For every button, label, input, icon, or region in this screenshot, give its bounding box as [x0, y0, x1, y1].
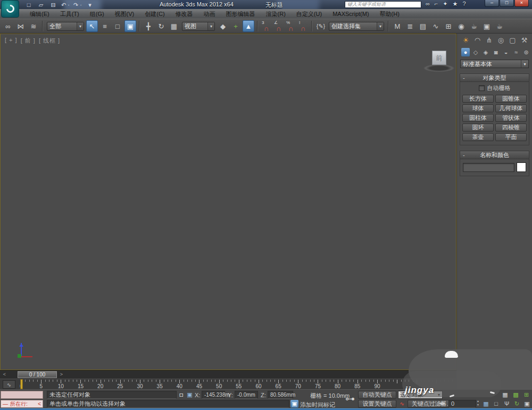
rendered-frame-window-icon[interactable]: ▣	[481, 20, 493, 32]
current-frame-marker[interactable]	[20, 379, 23, 389]
minimize-button[interactable]: –	[485, 0, 499, 7]
viewport-view-menu[interactable]: [ 前 ]	[21, 37, 36, 45]
maxscript-mini-listener[interactable]	[1, 391, 43, 399]
viewport-shading-menu[interactable]: [ 线框 ]	[39, 37, 60, 45]
tab-display[interactable]: ▢	[508, 36, 517, 45]
viewcube-compass-ring[interactable]	[423, 64, 454, 72]
primitive-button[interactable]: 圆锥体	[495, 95, 527, 103]
window-crossing-icon[interactable]: ▣	[124, 20, 136, 32]
rectangular-selection-region-icon[interactable]: □	[112, 20, 123, 32]
menu-item[interactable]: 动画	[198, 9, 221, 19]
default-in-out-tangents-icon[interactable]: ∿	[398, 400, 406, 408]
tab-modify[interactable]: ◠	[473, 36, 482, 45]
track-bar[interactable]: ∿ 051015202530354045505560657075808590	[0, 379, 456, 389]
align-icon[interactable]: ≣	[404, 20, 416, 32]
set-key-button[interactable]: 设置关键点	[358, 400, 396, 408]
primitive-button[interactable]: 管状体	[495, 114, 527, 122]
select-object-icon[interactable]: ↖	[86, 20, 98, 32]
toolbar-overflow-icon[interactable]: ▾	[85, 1, 95, 9]
select-and-scale-icon[interactable]: ▦	[168, 20, 180, 32]
primitive-button[interactable]: 四棱锥	[495, 124, 527, 132]
spinner-snap-toggle-icon[interactable]: ↕∩	[297, 20, 309, 32]
viewport-front[interactable]: [ + ] [ 前 ] [ 线框 ] 前	[0, 34, 456, 370]
menu-item[interactable]: 编辑(E)	[24, 9, 55, 19]
reference-coordinate-system-dropdown[interactable]: 视图 ▾	[182, 22, 215, 31]
add-time-tag[interactable]: 添加时间标记	[300, 401, 335, 409]
zoom-extents-all-selected-icon[interactable]: ⊞	[522, 391, 531, 399]
new-file-icon[interactable]: □	[23, 1, 34, 9]
select-and-link-icon[interactable]: ∞	[2, 20, 14, 32]
subtab-shapes[interactable]: ◇	[471, 48, 480, 56]
percent-snap-toggle-icon[interactable]: %∩	[285, 20, 296, 32]
select-and-manipulate-icon[interactable]: +	[230, 20, 242, 32]
absolute-mode-transform-icon[interactable]: ▣	[186, 391, 194, 399]
menu-item[interactable]: 工具(T)	[55, 9, 85, 19]
subtab-cameras[interactable]: ◙	[492, 48, 500, 56]
communication-center-icon[interactable]: ✦	[443, 1, 447, 7]
select-by-name-icon[interactable]: ≡	[99, 20, 111, 32]
tab-utilities[interactable]: ⚒	[520, 36, 529, 45]
bind-to-space-warp-icon[interactable]: ≋	[28, 20, 39, 32]
time-tag-icon[interactable]: ▣	[290, 400, 298, 408]
primitive-button[interactable]: 圆柱体	[462, 114, 494, 122]
use-pivot-point-center-icon[interactable]: ◆	[217, 20, 229, 32]
orbit-icon[interactable]: ↻	[512, 400, 521, 408]
selection-filter-dropdown[interactable]: 全部 ▾	[47, 22, 84, 31]
pan-view-icon[interactable]: Ψ	[502, 400, 511, 408]
open-mini-curve-editor-button[interactable]: ∿	[3, 380, 15, 389]
maximize-button[interactable]: □	[500, 0, 514, 7]
primitive-category-dropdown[interactable]: 标准基本体 ▾	[460, 60, 529, 68]
undo-icon[interactable]: ↶ ·	[60, 1, 71, 9]
tab-motion[interactable]: ◎	[496, 36, 505, 45]
maxscript-listener-line[interactable]: — 所在行: <	[1, 400, 43, 408]
viewcube[interactable]: 前	[423, 48, 455, 73]
y-coord-field[interactable]: -0.0mm	[235, 391, 258, 399]
mirror-icon[interactable]: M	[392, 20, 403, 32]
menu-item[interactable]: 视图(V)	[110, 9, 140, 19]
next-frame-arrow[interactable]: >	[58, 371, 65, 378]
close-button[interactable]: ×	[514, 0, 529, 7]
menu-item[interactable]: MAXScript(M)	[327, 9, 374, 19]
frame-spinner[interactable]: ▲ ▼	[477, 399, 479, 407]
subtab-geometry[interactable]: ●	[461, 48, 470, 56]
primitive-button[interactable]: 长方体	[462, 95, 494, 103]
track-bar-ruler[interactable]: 051015202530354045505560657075808590	[0, 379, 456, 389]
primitive-button[interactable]: 圆环	[462, 124, 494, 132]
viewcube-front-face[interactable]: 前	[432, 51, 446, 65]
auto-key-button[interactable]: 自动关键点	[358, 391, 396, 399]
search-icon[interactable]: ∞	[426, 1, 430, 7]
object-name-input[interactable]	[463, 163, 514, 172]
application-menu-button[interactable]	[1, 0, 19, 18]
open-file-icon[interactable]: ▱	[36, 1, 46, 9]
subtab-space-warps[interactable]: ≈	[512, 48, 520, 56]
zoom-region-icon[interactable]: □	[492, 400, 501, 408]
spinner-down-icon[interactable]: ▼	[477, 403, 479, 407]
autogrid-checkbox[interactable]	[479, 85, 485, 91]
set-keys-button[interactable]: ⊶	[343, 393, 357, 406]
subtab-helpers[interactable]: ◒	[502, 48, 510, 56]
time-configuration-icon[interactable]: ▦	[482, 400, 490, 408]
menu-item[interactable]: 帮助(H)	[375, 9, 405, 19]
key-mode-toggle-icon[interactable]: ◀▶	[437, 400, 447, 408]
subtab-systems[interactable]: ⊛	[522, 48, 530, 56]
name-color-rollout-header[interactable]: - 名称和颜色	[460, 151, 529, 159]
selection-lock-toggle-icon[interactable]: ◘	[177, 391, 185, 399]
subscription-key-icon[interactable]: ⌐	[435, 1, 438, 7]
save-file-icon[interactable]: ⊟	[48, 1, 59, 9]
menu-item[interactable]: 创建(C)	[139, 9, 170, 19]
angle-snap-toggle-icon[interactable]: ∠∩	[273, 20, 284, 32]
help-icon[interactable]: ?	[462, 1, 466, 7]
primitive-button[interactable]: 几何球体	[495, 104, 527, 112]
schematic-view-icon[interactable]: ⊞	[443, 20, 454, 32]
previous-frame-arrow[interactable]: <	[1, 371, 8, 378]
object-type-rollout-header[interactable]: - 对象类型	[460, 74, 529, 82]
tab-hierarchy[interactable]: ⋔	[485, 36, 494, 45]
z-coord-field[interactable]: 80.586mm	[268, 391, 293, 399]
favorites-star-icon[interactable]: ★	[453, 1, 458, 7]
search-input[interactable]: 键入关键字或短语	[345, 1, 421, 8]
keyboard-shortcut-override-icon[interactable]: ▲	[243, 20, 254, 32]
select-and-move-icon[interactable]: ╋	[143, 20, 154, 32]
named-selection-sets-dropdown[interactable]: 创建选择集 ▾	[329, 22, 384, 31]
menu-item[interactable]: 修改器	[170, 9, 198, 19]
edit-named-selection-sets-icon[interactable]: {✎}	[315, 20, 327, 32]
